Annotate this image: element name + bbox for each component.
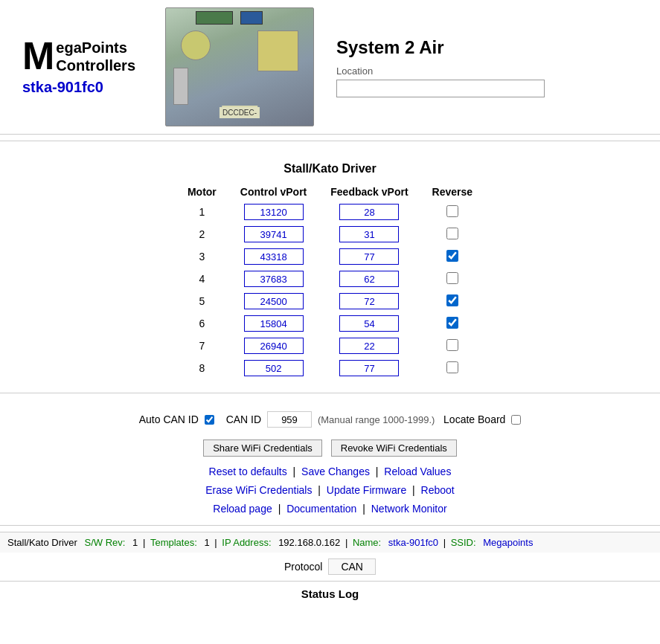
reverse-cell	[420, 268, 485, 290]
control-vport-cell	[228, 223, 318, 245]
feedback-vport-input[interactable]	[339, 248, 399, 265]
reverse-cell	[420, 201, 485, 223]
location-label: Location	[336, 65, 645, 77]
locate-board-checkbox[interactable]	[511, 415, 521, 425]
table-row: 4	[176, 268, 484, 290]
table-row: 7	[176, 335, 484, 357]
logo: M egaPoints Controllers stka-901fc0	[15, 39, 143, 96]
reload-values-link[interactable]: Reload Values	[384, 466, 451, 477]
table-row: 6	[176, 312, 484, 335]
logo-line2: Controllers	[56, 57, 135, 74]
control-vport-input[interactable]	[244, 204, 304, 220]
motor-number: 1	[176, 201, 228, 223]
status-sw-rev-label: S/W Rev:	[85, 537, 126, 548]
feedback-vport-cell	[318, 335, 420, 357]
status-templates-value: 1	[204, 537, 209, 548]
motor-number: 4	[176, 268, 228, 290]
save-link[interactable]: Save Changes	[301, 466, 370, 477]
action-links: Reset to defaults | Save Changes | Reloa…	[0, 463, 660, 519]
status-ssid-value: Megapoints	[483, 537, 533, 548]
control-vport-input[interactable]	[244, 360, 304, 376]
col-reverse: Reverse	[420, 183, 485, 201]
reverse-cell	[420, 335, 485, 357]
reload-page-link[interactable]: Reload page	[213, 503, 272, 515]
feedback-vport-cell	[318, 245, 420, 268]
feedback-vport-input[interactable]	[339, 204, 399, 220]
control-vport-cell	[228, 290, 318, 312]
table-row: 1	[176, 201, 484, 223]
control-vport-cell	[228, 201, 318, 223]
control-vport-input[interactable]	[244, 226, 304, 242]
can-id-input[interactable]	[267, 411, 312, 428]
protocol-label: Protocol	[284, 561, 322, 573]
location-input[interactable]	[336, 80, 545, 97]
auto-can-id-checkbox[interactable]	[205, 415, 214, 425]
reverse-checkbox[interactable]	[446, 339, 458, 351]
status-ip-label: IP Address:	[222, 537, 271, 548]
device-id: stka-901fc0	[22, 79, 103, 95]
control-vport-cell	[228, 312, 318, 335]
motor-number: 7	[176, 335, 228, 357]
reverse-checkbox[interactable]	[446, 361, 458, 373]
control-vport-input[interactable]	[244, 315, 304, 332]
table-row: 2	[176, 223, 484, 245]
control-vport-cell	[228, 268, 318, 290]
status-log-area	[0, 606, 660, 636]
action-row-2: Erase WiFi Credentials | Update Firmware…	[0, 481, 660, 500]
erase-wifi-link[interactable]: Erase WiFi Credentials	[205, 484, 312, 496]
control-vport-cell	[228, 357, 318, 379]
control-vport-input[interactable]	[244, 338, 304, 354]
motor-number: 6	[176, 312, 228, 335]
documentation-link[interactable]: Documentation	[286, 503, 356, 515]
reverse-checkbox[interactable]	[446, 294, 458, 306]
board-image: DCCDEC-	[165, 7, 314, 126]
feedback-vport-cell	[318, 357, 420, 379]
reverse-checkbox[interactable]	[446, 272, 458, 284]
motor-number: 2	[176, 223, 228, 245]
col-control-vport: Control vPort	[228, 183, 318, 201]
status-templates-label: Templates:	[150, 537, 197, 548]
reverse-cell	[420, 357, 485, 379]
can-id-label: CAN ID	[226, 413, 261, 425]
col-motor: Motor	[176, 183, 228, 201]
status-ip-value: 192.168.0.162	[278, 537, 340, 548]
feedback-vport-input[interactable]	[339, 315, 399, 332]
table-row: 5	[176, 290, 484, 312]
status-driver-label: Stall/Kato Driver	[7, 537, 77, 548]
feedback-vport-input[interactable]	[339, 360, 399, 376]
feedback-vport-input[interactable]	[339, 338, 399, 354]
main-content: Stall/Kato Driver Motor Control vPort Fe…	[0, 147, 660, 387]
revoke-wifi-button[interactable]: Revoke WiFi Credentials	[331, 439, 457, 457]
reverse-checkbox[interactable]	[446, 317, 458, 329]
reboot-link[interactable]: Reboot	[421, 484, 455, 496]
control-vport-input[interactable]	[244, 271, 304, 287]
status-name-label: Name:	[353, 537, 381, 548]
feedback-vport-input[interactable]	[339, 271, 399, 287]
action-row-1: Reset to defaults | Save Changes | Reloa…	[0, 463, 660, 481]
update-firmware-link[interactable]: Update Firmware	[327, 484, 406, 496]
network-monitor-link[interactable]: Network Monitor	[371, 503, 447, 515]
reverse-cell	[420, 223, 485, 245]
reverse-cell	[420, 245, 485, 268]
motor-number: 8	[176, 357, 228, 379]
reverse-checkbox[interactable]	[446, 205, 458, 217]
can-section: Auto CAN ID CAN ID (Manual range 1000-19…	[0, 405, 660, 434]
reverse-checkbox[interactable]	[446, 228, 458, 239]
protocol-row: Protocol CAN	[0, 553, 660, 581]
reverse-checkbox[interactable]	[446, 250, 458, 262]
feedback-vport-cell	[318, 201, 420, 223]
share-wifi-button[interactable]: Share WiFi Credentials	[203, 439, 322, 457]
table-row: 8	[176, 357, 484, 379]
driver-section-title: Stall/Kato Driver	[15, 162, 645, 176]
status-log-title: Status Log	[0, 581, 660, 606]
locate-board-label: Locate Board	[443, 413, 505, 425]
control-vport-input[interactable]	[244, 248, 304, 265]
protocol-value: CAN	[328, 558, 376, 575]
feedback-vport-input[interactable]	[339, 293, 399, 309]
logo-line1: egaPoints	[56, 39, 135, 57]
reset-link[interactable]: Reset to defaults	[209, 466, 287, 477]
logo-m-letter: M	[22, 39, 54, 74]
control-vport-cell	[228, 245, 318, 268]
control-vport-input[interactable]	[244, 293, 304, 309]
feedback-vport-input[interactable]	[339, 226, 399, 242]
